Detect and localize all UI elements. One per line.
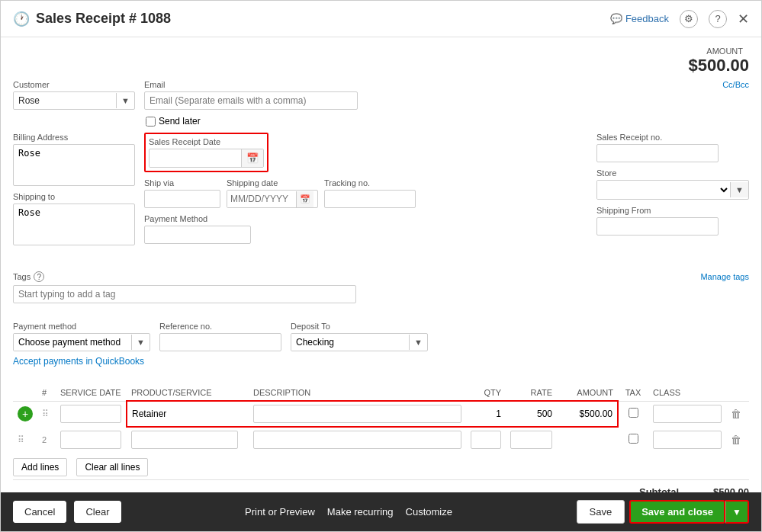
header-left: 🕐 Sales Receipt # 1088 [13,11,171,27]
row2-tax-checkbox[interactable] [629,434,638,444]
customer-email-row: Customer Rose ▼ Email Cc/Bcc [13,80,749,110]
th-tax: TAX [618,385,648,401]
date-input-wrapper[interactable]: 01/01/2025 📅 [149,149,264,168]
manage-tags-link[interactable]: Manage tags [700,272,749,281]
save-and-close-dropdown-button[interactable]: ▼ [725,500,749,524]
store-select[interactable] [597,181,730,199]
row1-service-date-input[interactable] [60,405,121,423]
cc-bcc-link[interactable]: Cc/Bcc [722,80,749,89]
modal-header: 🕐 Sales Receipt # 1088 💬 Feedback ⚙ ? ✕ [1,1,761,37]
tags-section: Tags ? Manage tags [1,264,761,311]
close-button[interactable]: ✕ [738,11,749,27]
row2-rate-input[interactable] [510,431,552,449]
row1-class-input[interactable] [653,405,722,423]
row2-desc-cell [249,427,466,452]
date-input[interactable]: 01/01/2025 [150,150,241,167]
reference-input[interactable] [159,333,281,351]
customer-select-wrapper[interactable]: Rose ▼ [13,91,135,110]
tags-input[interactable] [13,285,356,303]
th-class: CLASS [648,385,726,401]
row1-desc-input[interactable] [253,405,461,423]
th-product: PRODUCT/SERVICE [127,385,249,401]
row2-product-input[interactable] [131,431,238,449]
tracking-input[interactable] [324,190,416,208]
feedback-button[interactable]: 💬 Feedback [610,13,669,24]
billing-textarea[interactable]: Rose [13,144,135,186]
amount-label: AMOUNT [706,46,743,56]
deposit-select-wrapper[interactable]: Checking ▼ [291,333,428,351]
row2-class-input[interactable] [653,431,722,449]
customer-label: Customer [13,80,135,89]
customer-select[interactable]: Rose [14,92,116,109]
shipping-calendar-icon[interactable]: 📅 [296,191,313,207]
payment-method-select-wrapper[interactable]: Choose payment method ▼ [13,333,150,351]
row2-qty-input[interactable] [471,431,501,449]
ship-via-label: Ship via [144,178,220,187]
th-qty: QTY [466,385,506,401]
payment-method-inline-label: Payment Method [144,214,251,223]
settings-icon[interactable]: ⚙ [680,10,698,28]
row1-num-cell: ⠿ [37,401,56,427]
reference-group: Reference no. [159,322,281,351]
accept-payments-link[interactable]: Accept payments in QuickBooks [13,356,144,367]
row2-desc-input[interactable] [253,431,461,449]
email-input[interactable] [144,91,358,110]
clear-all-lines-button[interactable]: Clear all lines [76,458,148,476]
row2-qty-cell [466,427,506,452]
payment-method-select[interactable]: Choose payment method [14,334,131,351]
shipping-date-input[interactable] [227,191,296,207]
receipt-no-input[interactable]: 1088 [596,144,719,162]
footer-center: Print or Preview Make recurring Customiz… [245,506,452,518]
row1-action-cell: 🗑 [726,401,749,427]
customer-group: Customer Rose ▼ [13,80,135,110]
receipt-no-group: Sales Receipt no. 1088 [596,133,749,162]
row1-product-cell: Retainer [127,401,249,427]
row2-amount-cell [557,427,618,452]
deposit-select[interactable]: Checking [291,334,409,351]
payment-method-inline-group: Payment Method [144,214,251,244]
send-later-label: Send later [159,116,201,127]
send-later-checkbox[interactable] [146,117,156,127]
payment-method-inline-input[interactable] [144,226,251,244]
customize-button[interactable]: Customize [406,506,452,518]
line-actions-row: Add lines Clear all lines [13,458,749,476]
row2-plus-cell: ⠿ [13,427,37,452]
row1-amount-cell: $500.00 [557,401,618,427]
save-and-close-button[interactable]: Save and close [629,500,725,524]
save-button[interactable]: Save [577,500,625,524]
add-lines-button[interactable]: Add lines [13,458,67,476]
help-icon[interactable]: ? [709,10,727,28]
row1-delete-icon[interactable]: 🗑 [731,408,741,420]
shipping-from-input[interactable]: 2600 Marine Way Mountain view [596,217,719,236]
add-row-button[interactable]: + [18,406,33,421]
cancel-button[interactable]: Cancel [13,501,66,523]
print-preview-button[interactable]: Print or Preview [245,506,315,518]
row1-service-date-cell [56,401,127,427]
send-later-row: Send later [146,116,749,127]
make-recurring-button[interactable]: Make recurring [327,506,394,518]
row2-class-cell [648,427,726,452]
clear-button[interactable]: Clear [74,501,121,523]
shipping-to-group: Shipping to Rose [13,192,135,245]
shipping-date-input-wrapper[interactable]: 📅 [227,190,318,208]
calendar-icon[interactable]: 📅 [241,149,263,167]
shipping-from-label: Shipping From [596,206,749,215]
row1-product-value: Retainer [132,409,166,419]
th-service-date: SERVICE DATE [56,385,127,401]
ship-via-input[interactable] [144,190,220,208]
drag-handle-2-icon[interactable]: ⠿ [18,434,24,445]
row2-service-date-input[interactable] [60,431,121,449]
row2-delete-icon[interactable]: 🗑 [731,434,741,446]
payment-row: Payment method Choose payment method ▼ R… [13,322,749,351]
shipping-from-group: Shipping From 2600 Marine Way Mountain v… [596,206,749,236]
shipping-date-label: Shipping date [227,178,318,187]
store-select-wrapper[interactable]: ▼ [596,180,749,200]
shipping-to-textarea[interactable]: Rose [13,204,135,245]
row1-tax-checkbox[interactable] [629,408,638,418]
drag-handle-icon[interactable]: ⠿ [42,409,49,419]
billing-shipping-row: Billing Address Rose Shipping to Rose Sa… [13,133,749,245]
row1-class-cell [648,401,726,427]
payment-method-chevron-icon: ▼ [131,335,150,350]
row1-plus-cell: + [13,401,37,427]
sales-receipt-date-group: Sales Receipt Date 01/01/2025 📅 [144,133,268,172]
